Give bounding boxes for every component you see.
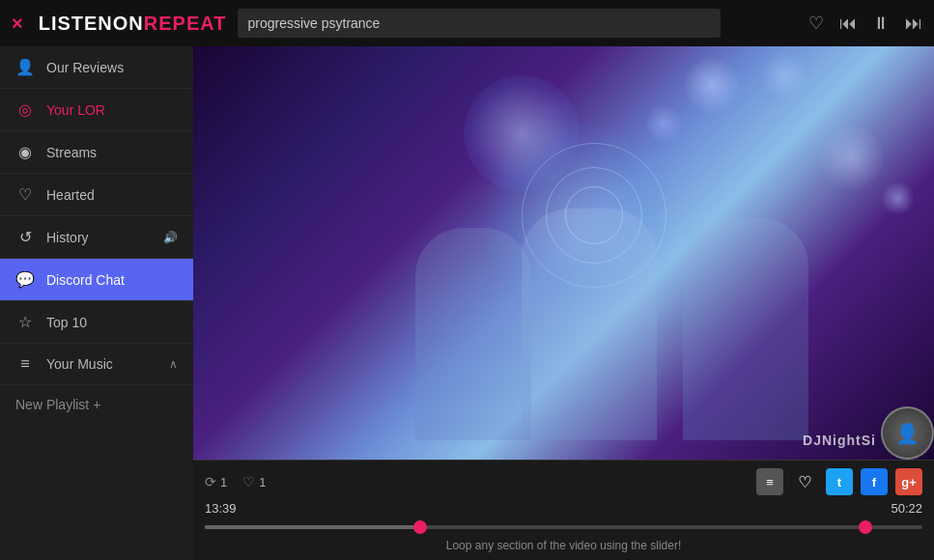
sidebar-item-discord-chat[interactable]: 💬 Discord Chat [0, 259, 193, 301]
discord-icon: 💬 [15, 270, 35, 289]
orb-6 [881, 182, 915, 215]
player-bar: ⟳ 1 ♡ 1 ≡ ♡ t f g+ 13:39 [193, 460, 934, 560]
orb-5 [818, 124, 886, 191]
loop-icon: ⟳ [205, 474, 216, 490]
history-icon: ↺ [15, 228, 35, 246]
sidebar-item-hearted[interactable]: ♡ Hearted [0, 174, 193, 216]
brand-watermark: DJNightSi [803, 433, 876, 448]
sidebar-item-history[interactable]: ↺ History 🔊 [0, 216, 193, 259]
player-action-buttons: ≡ ♡ t f g+ [756, 468, 922, 495]
logo: LISTENONREPEAT [39, 13, 227, 35]
sidebar-item-your-lor[interactable]: ◎ Your LOR [0, 89, 193, 131]
player-top-row: ⟳ 1 ♡ 1 ≡ ♡ t f g+ [205, 468, 922, 495]
main-container: 👤 Our Reviews ◎ Your LOR ◉ Streams ♡ Hea… [0, 46, 934, 560]
sidebar-item-your-music[interactable]: ≡ Your Music ∧ [0, 344, 193, 385]
heart-count: 1 [259, 475, 266, 490]
streams-icon: ◉ [15, 143, 35, 161]
slider-track [205, 525, 922, 529]
content-area: DJNightSi 👤 ⟳ 1 ♡ 1 [193, 46, 934, 560]
slider-fill [205, 525, 420, 529]
sidebar-label-your-music: Your Music [46, 356, 113, 372]
orb-4 [760, 51, 808, 99]
logo-repeat: REPEAT [144, 13, 227, 34]
sidebar-label-hearted: Hearted [46, 187, 95, 203]
search-input[interactable] [238, 9, 721, 38]
heart-nav-icon: ♡ [15, 185, 35, 204]
orb-2 [683, 56, 741, 114]
close-icon[interactable]: × [12, 13, 23, 35]
avatar-icon: 👤 [895, 422, 920, 445]
sidebar-label-your-lor: Your LOR [46, 102, 105, 118]
google-button[interactable]: g+ [895, 468, 922, 495]
logo-listen: LISTEN [39, 13, 113, 34]
heart-stat: ♡ 1 [242, 474, 266, 490]
next-icon[interactable]: ⏭ [905, 14, 922, 34]
progress-slider[interactable] [205, 519, 922, 535]
orb-3 [644, 104, 683, 143]
loop-stat: ⟳ 1 [205, 474, 227, 490]
new-playlist-button[interactable]: New Playlist + [0, 385, 193, 424]
loop-hint-text: Loop any section of the video using the … [205, 539, 922, 552]
logo-on: ON [113, 13, 144, 34]
expand-icon: ∧ [169, 357, 178, 371]
time-total: 50:22 [891, 501, 922, 516]
player-stats: ⟳ 1 ♡ 1 [205, 474, 266, 490]
video-avatar: 👤 [881, 406, 934, 460]
sidebar-label-streams: Streams [46, 145, 97, 160]
music-icon: ≡ [15, 355, 35, 373]
play-pause-icon[interactable]: ⏸ [872, 14, 890, 34]
sidebar-item-our-reviews[interactable]: 👤 Our Reviews [0, 46, 193, 89]
figure-right [683, 218, 808, 440]
prev-icon[interactable]: ⏮ [839, 14, 857, 34]
heart-button[interactable]: ♡ [791, 468, 818, 495]
facebook-button[interactable]: f [861, 468, 888, 495]
sidebar-label-top-10: Top 10 [46, 315, 87, 330]
slider-thumb-right[interactable] [859, 520, 872, 534]
queue-button[interactable]: ≡ [756, 468, 783, 495]
heart-stat-icon: ♡ [242, 474, 255, 490]
figure-left [415, 228, 531, 440]
sidebar-item-top-10[interactable]: ☆ Top 10 [0, 301, 193, 344]
reviews-icon: 👤 [15, 58, 35, 76]
player-times: 13:39 50:22 [205, 501, 922, 516]
sidebar: 👤 Our Reviews ◎ Your LOR ◉ Streams ♡ Hea… [0, 46, 193, 560]
top10-icon: ☆ [15, 313, 35, 331]
loop-count: 1 [220, 475, 227, 490]
sidebar-label-discord-chat: Discord Chat [46, 272, 125, 288]
sidebar-label-our-reviews: Our Reviews [46, 60, 124, 75]
volume-icon: 🔊 [163, 231, 178, 244]
sidebar-label-history: History [46, 230, 89, 245]
video-background: DJNightSi 👤 [193, 46, 934, 460]
slider-thumb-left[interactable] [413, 520, 427, 534]
topbar: × LISTENONREPEAT ♡ ⏮ ⏸ ⏭ [0, 0, 934, 46]
sidebar-item-streams[interactable]: ◉ Streams [0, 131, 193, 174]
video-player[interactable]: DJNightSi 👤 [193, 46, 934, 460]
heart-icon[interactable]: ♡ [808, 13, 824, 34]
time-current: 13:39 [205, 501, 237, 516]
topbar-controls: ♡ ⏮ ⏸ ⏭ [808, 13, 922, 34]
twitter-button[interactable]: t [826, 468, 853, 495]
lor-icon: ◎ [15, 100, 35, 119]
figure-center [522, 209, 657, 440]
